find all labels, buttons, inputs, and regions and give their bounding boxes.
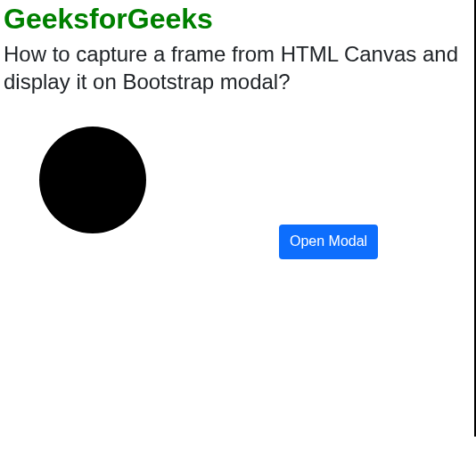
- canvas-circle: [39, 127, 146, 233]
- page-root: GeeksforGeeks How to capture a frame fro…: [0, 2, 476, 269]
- open-modal-button[interactable]: Open Modal: [279, 225, 378, 259]
- page-title: GeeksforGeeks: [4, 2, 472, 36]
- canvas-area: Open Modal: [4, 127, 472, 269]
- page-subtitle: How to capture a frame from HTML Canvas …: [4, 41, 472, 95]
